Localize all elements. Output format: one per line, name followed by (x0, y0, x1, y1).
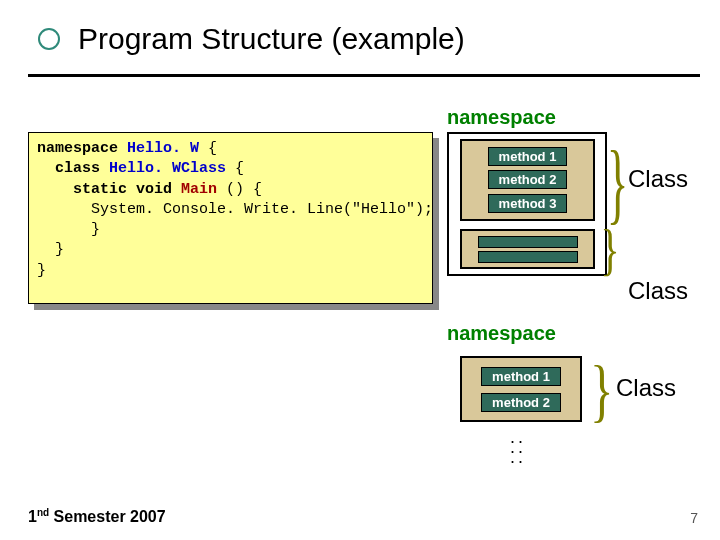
namespace-label-2: namespace (447, 322, 556, 345)
method-pill-1: method 1 (488, 147, 568, 166)
class-box-3: method 1 method 2 (460, 356, 582, 422)
method-pill-1b: method 1 (481, 367, 561, 386)
code-line-writeline: System. Console. Write. Line("Hello"); (37, 201, 433, 218)
class-label-2: Class (628, 277, 688, 305)
kw-static-void: static void (73, 181, 172, 198)
code-brace: } (37, 221, 100, 238)
brace-icon: } (607, 148, 629, 218)
code-sample: namespace Hello. W { class Hello. WClass… (28, 132, 433, 304)
method-pill-empty (478, 251, 578, 263)
title-underline (28, 74, 700, 77)
code-brace: } (37, 241, 64, 258)
title-bullet-icon (38, 28, 60, 50)
class-box-1: method 1 method 2 method 3 (460, 139, 595, 221)
method-pill-3: method 3 (488, 194, 568, 213)
class-label-3: Class (616, 374, 676, 402)
code-sig: () { (217, 181, 262, 198)
code-brace: } (37, 262, 46, 279)
cls-hellow: Hello. W (127, 140, 199, 157)
method-pill-2: method 2 (488, 170, 568, 189)
class-box-2 (460, 229, 595, 269)
footer-text: 1nd Semester 2007 (28, 507, 166, 526)
class-label-1: Class (628, 165, 688, 193)
kw-namespace: namespace (37, 140, 118, 157)
method-pill-empty (478, 236, 578, 248)
page-number: 7 (690, 510, 698, 526)
slide-title: Program Structure (example) (78, 22, 465, 56)
code-brace: { (226, 160, 244, 177)
footer-sup: nd (37, 507, 49, 518)
code-brace: { (199, 140, 217, 157)
method-pill-2b: method 2 (481, 393, 561, 412)
namespace-label-1: namespace (447, 106, 556, 129)
vertical-dots-icon: . .. .. . (510, 434, 522, 464)
indent (37, 160, 55, 177)
footer-rest: Semester 2007 (49, 508, 166, 525)
kw-class: class (55, 160, 100, 177)
footer-1: 1 (28, 508, 37, 525)
indent (37, 181, 73, 198)
method-main: Main (172, 181, 217, 198)
brace-icon: } (600, 230, 619, 270)
cls-hellowclass: Hello. WClass (100, 160, 226, 177)
brace-icon: } (590, 362, 614, 420)
